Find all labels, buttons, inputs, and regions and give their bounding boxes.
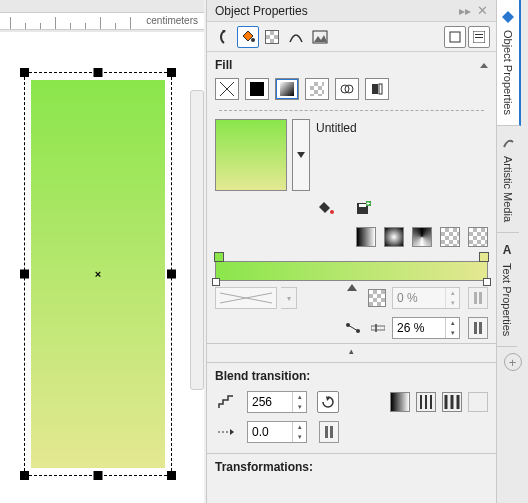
resize-handle-s[interactable]	[94, 471, 103, 480]
frame-tab-icon[interactable]	[444, 26, 466, 48]
selection-center-marker[interactable]: ×	[95, 268, 101, 280]
blend-steps-row: ▴▾	[207, 387, 496, 417]
gradient-node-start[interactable]	[212, 278, 220, 286]
rotation-field[interactable]	[248, 422, 292, 442]
panel-close-icon[interactable]: ✕	[477, 3, 488, 18]
svg-rect-16	[359, 204, 366, 207]
postscript-fill-button[interactable]	[365, 78, 389, 100]
blend-section-header[interactable]: Blend transition:	[207, 362, 496, 387]
radial-gradient-button[interactable]	[384, 227, 404, 247]
svg-rect-6	[475, 34, 483, 35]
opacity-lock-button[interactable]	[468, 287, 488, 309]
preset-name-label: Untitled	[316, 119, 357, 135]
fill-type-row	[207, 76, 496, 106]
steps-input[interactable]: ▴▾	[247, 391, 307, 413]
rotation-lock-button[interactable]	[319, 421, 339, 443]
resize-handle-n[interactable]	[94, 68, 103, 77]
resize-handle-nw[interactable]	[20, 68, 29, 77]
panel-title-text: Object Properties	[215, 4, 308, 18]
solid-fill-button[interactable]	[245, 78, 269, 100]
preset-dropdown-button[interactable]	[292, 119, 310, 191]
gradient-midpoint-handle[interactable]	[347, 284, 357, 291]
gradient-bar[interactable]	[215, 261, 488, 281]
ruler-unit-label: centimeters	[146, 15, 198, 26]
svg-rect-29	[474, 322, 477, 334]
mirror-dropdown-button[interactable]: ▾	[281, 287, 297, 309]
resize-handle-e[interactable]	[167, 270, 176, 279]
no-fill-button[interactable]	[215, 78, 239, 100]
resize-handle-se[interactable]	[167, 471, 176, 480]
gradient-stop-end[interactable]	[479, 252, 489, 262]
transformations-section-header[interactable]: Transformations:	[207, 454, 496, 478]
node-position-input[interactable]: ▴▾	[392, 317, 460, 339]
gradient-preview-swatch[interactable]	[215, 119, 287, 191]
divider	[219, 110, 484, 111]
node-position-row: ▴▾	[207, 313, 496, 343]
node-position-icon	[370, 317, 386, 339]
svg-rect-28	[375, 324, 377, 332]
svg-marker-42	[502, 11, 514, 23]
blend-section-label: Blend transition:	[215, 369, 310, 383]
svg-rect-27	[371, 326, 385, 330]
blend-type-linear-button[interactable]	[390, 392, 410, 412]
save-preset-icon[interactable]	[353, 197, 375, 219]
canvas-area[interactable]: centimeters ×	[0, 0, 204, 503]
side-tab-text-properties[interactable]: A Text Properties	[497, 233, 517, 347]
gradient-stop-start[interactable]	[214, 252, 224, 262]
gradient-fill-button[interactable]	[275, 78, 299, 100]
side-tab-object-properties[interactable]: Object Properties	[497, 0, 521, 126]
panel-titlebar[interactable]: Object Properties ▸▸ ✕	[207, 0, 496, 22]
side-tab-artistic-media[interactable]: Artistic Media	[497, 126, 519, 233]
blend-type-ccw-button[interactable]	[442, 392, 462, 412]
pattern-fill-button[interactable]	[305, 78, 329, 100]
svg-rect-22	[474, 292, 477, 304]
mirror-line-button[interactable]	[215, 287, 277, 309]
rotation-input[interactable]: ▴▾	[247, 421, 307, 443]
loop-button[interactable]	[317, 391, 339, 413]
canvas-scrollbar[interactable]	[190, 90, 204, 390]
blend-rotation-row: ▴▾	[207, 417, 496, 447]
square-gradient-button[interactable]	[440, 227, 460, 247]
bitmap-tab-icon[interactable]	[309, 26, 331, 48]
reverse-nodes-icon[interactable]	[342, 317, 364, 339]
gradient-type-row	[207, 225, 496, 253]
svg-rect-23	[479, 292, 482, 304]
fill-section-label: Fill	[215, 58, 232, 72]
gradient-node-end[interactable]	[483, 278, 491, 286]
summary-tab-icon[interactable]	[468, 26, 490, 48]
node-opacity-input[interactable]: ▴▾	[392, 287, 460, 309]
node-opacity-field[interactable]	[393, 288, 445, 308]
add-docker-button[interactable]: +	[504, 353, 522, 371]
node-position-lock-button[interactable]	[468, 317, 488, 339]
conical-gradient-button[interactable]	[412, 227, 432, 247]
transparency-tab-icon[interactable]	[261, 26, 283, 48]
section-collapse-icon[interactable]	[480, 63, 488, 68]
rectangular-gradient-button[interactable]	[468, 227, 488, 247]
svg-rect-4	[450, 32, 460, 42]
blend-type-cw-button[interactable]	[416, 392, 436, 412]
blend-type-custom-button[interactable]	[468, 392, 488, 412]
fill-section-header[interactable]: Fill	[207, 52, 496, 76]
fill-tab-icon[interactable]	[237, 26, 259, 48]
outline-tab-icon[interactable]	[213, 26, 235, 48]
curve-tab-icon[interactable]	[285, 26, 307, 48]
property-tabs-row	[207, 22, 496, 52]
steps-field[interactable]	[248, 392, 292, 412]
linear-gradient-button[interactable]	[356, 227, 376, 247]
node-transparency-icon	[368, 289, 386, 307]
section-expand-icon[interactable]: ▴	[207, 344, 496, 358]
gradient-editor[interactable]	[207, 253, 496, 283]
svg-rect-7	[475, 37, 483, 38]
texture-fill-button[interactable]	[335, 78, 359, 100]
node-position-field[interactable]	[393, 318, 445, 338]
svg-rect-13	[379, 84, 382, 94]
svg-rect-30	[479, 322, 482, 334]
svg-rect-12	[372, 84, 378, 94]
resize-handle-ne[interactable]	[167, 68, 176, 77]
svg-marker-3	[314, 35, 327, 42]
resize-handle-w[interactable]	[20, 270, 29, 279]
resize-handle-sw[interactable]	[20, 471, 29, 480]
selection-bounding-box[interactable]: ×	[24, 72, 172, 476]
paint-bucket-icon[interactable]	[315, 197, 337, 219]
panel-collapse-icon[interactable]: ▸▸	[459, 4, 471, 18]
